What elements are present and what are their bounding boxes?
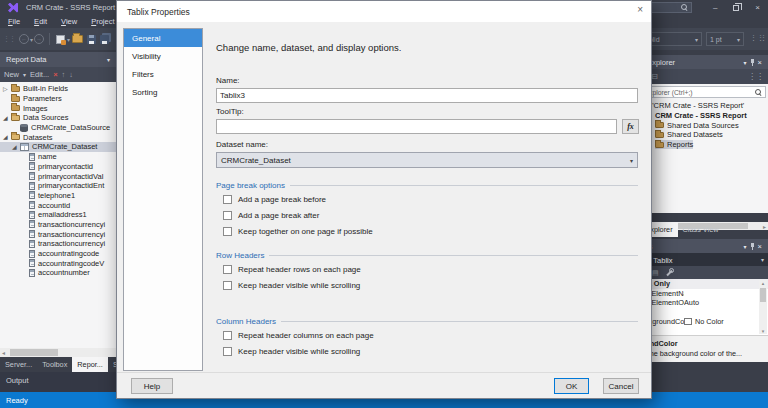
se-overflow-icon[interactable]: ⋮⋮ [748, 72, 764, 81]
tree-item-accountid[interactable]: accountid [0, 200, 116, 210]
checkbox-box[interactable] [223, 227, 232, 236]
cancel-button[interactable]: Cancel [603, 378, 639, 394]
menu-project[interactable]: Project [91, 17, 114, 26]
tree-item-name[interactable]: name [0, 152, 116, 162]
tab-class-view[interactable]: Class View [678, 222, 724, 237]
dialog-close-icon[interactable]: × [637, 5, 643, 15]
se-menu-icon[interactable]: ▾ [743, 59, 746, 66]
tree-item-transactioncurrencyi[interactable]: transactioncurrencyi [0, 239, 116, 249]
se-pin-icon[interactable] [749, 58, 756, 67]
tree-item-accountnumber[interactable]: accountnumber [0, 268, 116, 278]
report-data-hscrollbar[interactable]: ◂ [0, 348, 116, 357]
tree-item-emailaddress1[interactable]: emailaddress1 [0, 210, 116, 220]
toolbar-grip: ⋮⋮ [3, 35, 15, 43]
tree-item-telephone1[interactable]: telephone1 [0, 191, 116, 201]
close-button[interactable]: × [755, 4, 760, 12]
new-dropdown[interactable]: ▾ [67, 36, 70, 43]
checkbox-add-a-page-break-before[interactable]: Add a page break before [216, 191, 638, 207]
folder-icon [11, 86, 20, 92]
dialog-nav-general[interactable]: General [124, 29, 202, 47]
restore-button[interactable] [733, 5, 739, 11]
props-pin-icon[interactable] [749, 242, 756, 251]
tree-item-datasets[interactable]: ◢Datasets [0, 132, 116, 142]
tree-item-primarycontactident[interactable]: primarycontactidEnt [0, 181, 116, 191]
move-up-icon[interactable]: ↑ [62, 70, 66, 79]
output-title[interactable]: Output [6, 376, 29, 385]
checkbox-box[interactable] [223, 265, 232, 274]
minimize-button[interactable]: – [713, 4, 717, 12]
expander-icon[interactable]: ◢ [3, 114, 11, 122]
checkbox-repeat-header-columns-on-each-page[interactable]: Repeat header columns on each page [216, 327, 638, 343]
tab-server-[interactable]: Server... [0, 357, 37, 372]
dataset-select[interactable]: CRMCrate_Dataset ▾ [216, 152, 638, 168]
toolbar-overflow2-icon[interactable]: ⋮ [760, 34, 767, 42]
se-close-icon[interactable]: × [758, 58, 762, 67]
props-categorized-icon[interactable]: ▤ [652, 269, 659, 277]
checkbox-label: Add a page break after [238, 211, 319, 220]
checkbox-box[interactable] [223, 211, 232, 220]
folder-open-icon [11, 134, 20, 140]
back-dropdown[interactable]: ▾ [30, 36, 33, 43]
tree-item-primarycontactid[interactable]: primarycontactid [0, 162, 116, 172]
tab-repor-[interactable]: Repor... [72, 357, 108, 372]
props-menu-icon[interactable]: ▾ [743, 243, 746, 250]
checkbox-box[interactable] [223, 331, 232, 340]
border-width-combo[interactable]: 1 pt▾ [706, 32, 744, 46]
tab-toolbox[interactable]: Toolbox [37, 357, 72, 372]
se-collapse-icon[interactable]: ⊟ [651, 72, 658, 81]
tree-item-transactioncurrencyi[interactable]: transactioncurrencyi [0, 229, 116, 239]
move-down-icon[interactable]: ↓ [69, 70, 73, 79]
tree-item-accountratingcodev[interactable]: accountratingcodeV [0, 258, 116, 268]
checkbox-box[interactable] [223, 195, 232, 204]
new-button[interactable]: New [4, 70, 19, 79]
folder-icon [11, 105, 20, 111]
tree-item-primarycontactidval[interactable]: primarycontactidVal [0, 171, 116, 181]
tree-item-crmcrate-datasource[interactable]: CRMCrate_DataSource [0, 123, 116, 133]
tooltip-input[interactable] [216, 119, 617, 134]
expander-icon[interactable]: ◢ [3, 133, 11, 141]
checkbox-repeat-header-rows-on-each-page[interactable]: Repeat header rows on each page [216, 261, 638, 277]
props-close-icon[interactable]: × [758, 242, 762, 251]
new-button-dropdown[interactable]: ▾ [23, 71, 26, 78]
new-project-icon[interactable] [56, 35, 65, 44]
tooltip-expression-button[interactable]: fx [622, 119, 639, 134]
properties-vscrollbar[interactable]: ▴▾ [759, 280, 767, 334]
checkbox-box[interactable] [223, 281, 232, 290]
checkbox-keep-together-on-one-page-if-possibl[interactable]: Keep together on one page if possible [216, 223, 638, 239]
dialog-nav-visibility[interactable]: Visibility [124, 47, 202, 65]
tree-item-parameters[interactable]: Parameters [0, 94, 116, 104]
edit-button[interactable]: Edit... [30, 70, 49, 79]
expander-icon[interactable]: ▷ [3, 85, 11, 93]
help-button[interactable]: Help [131, 378, 173, 394]
tree-item-built-in-fields[interactable]: ▷Built-in Fields [0, 84, 116, 94]
checkbox-keep-header-visible-while-scrolling[interactable]: Keep header visible while scrolling [216, 343, 638, 359]
checkbox-add-a-page-break-after[interactable]: Add a page break after [216, 207, 638, 223]
menu-edit[interactable]: Edit [34, 17, 47, 26]
save-icon[interactable] [87, 35, 96, 44]
report-data-header[interactable]: Report Data ▾ [0, 52, 116, 67]
tree-item-accountratingcode[interactable]: accountratingcode [0, 249, 116, 259]
open-file-icon[interactable] [72, 35, 83, 43]
checkbox-box[interactable] [223, 347, 232, 356]
delete-icon[interactable]: × [53, 70, 57, 79]
dialog-nav-sorting[interactable]: Sorting [124, 83, 202, 101]
wrench-icon[interactable] [665, 268, 674, 277]
checkbox-keep-header-visible-while-scrolling[interactable]: Keep header visible while scrolling [216, 277, 638, 293]
dialog-title-bar[interactable]: Tablix Properties [117, 1, 651, 22]
menu-file[interactable]: File [8, 17, 20, 26]
dialog-nav-filters[interactable]: Filters [124, 65, 202, 83]
tree-item-images[interactable]: Images [0, 103, 116, 113]
navigate-back-button[interactable]: ← [19, 34, 29, 44]
name-input[interactable]: Tablix3 [216, 88, 638, 103]
menu-view[interactable]: View [61, 17, 77, 26]
dataset-label: Dataset name: [216, 140, 268, 149]
ok-button[interactable]: OK [554, 378, 589, 394]
expander-icon[interactable]: ◢ [12, 143, 20, 151]
tree-item-crmcrate-dataset[interactable]: ◢CRMCrate_Dataset [0, 142, 116, 152]
tree-item-label: Built-in Fields [23, 84, 68, 93]
tree-item-data-sources[interactable]: ◢Data Sources [0, 113, 116, 123]
save-all-icon[interactable] [100, 35, 109, 44]
tree-item-transactioncurrencyi[interactable]: transactioncurrencyi [0, 220, 116, 230]
report-data-menu-icon[interactable]: ▾ [107, 56, 110, 63]
navigate-forward-button[interactable]: → [34, 34, 44, 44]
